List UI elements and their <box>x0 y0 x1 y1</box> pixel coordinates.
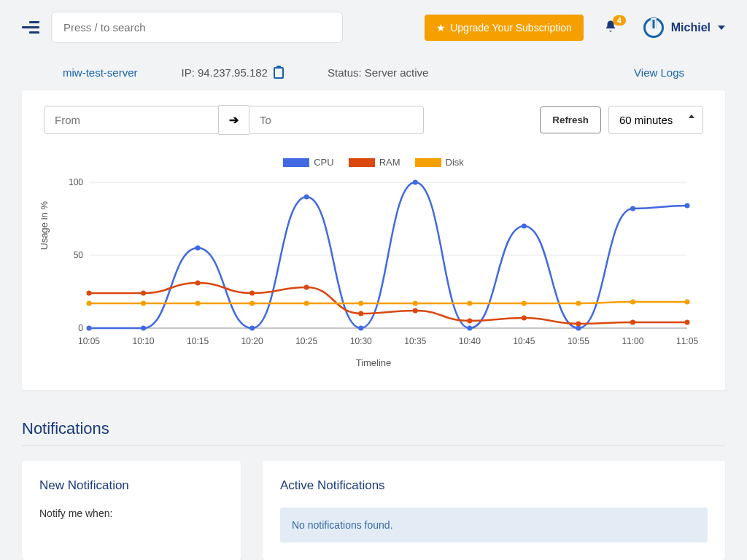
svg-point-46 <box>249 301 255 306</box>
svg-text:10:55: 10:55 <box>568 336 589 346</box>
svg-text:100: 100 <box>69 177 83 187</box>
star-icon: ★ <box>436 22 446 34</box>
svg-point-37 <box>413 308 418 314</box>
svg-text:10:15: 10:15 <box>187 336 209 346</box>
svg-text:10:25: 10:25 <box>295 336 317 346</box>
svg-point-27 <box>522 224 527 229</box>
new-notification-title: New Notification <box>39 478 223 493</box>
svg-point-29 <box>630 206 635 211</box>
top-header: ★ Upgrade Your Subscription 4 Michiel <box>0 0 747 55</box>
svg-point-53 <box>630 300 635 305</box>
svg-text:10:30: 10:30 <box>350 336 372 346</box>
search-box <box>51 12 343 43</box>
date-arrow-button[interactable]: ➔ <box>219 105 249 135</box>
svg-point-21 <box>196 246 201 251</box>
notifications-bell[interactable]: 4 <box>604 20 617 36</box>
menu-icon[interactable] <box>22 19 39 36</box>
svg-point-49 <box>413 301 418 306</box>
chart-controls: ➔ Refresh 60 minutes <box>44 105 703 135</box>
svg-text:11:05: 11:05 <box>676 336 698 346</box>
search-input[interactable] <box>51 12 343 43</box>
svg-point-34 <box>249 291 255 296</box>
svg-text:10:20: 10:20 <box>241 336 263 346</box>
server-name-link[interactable]: miw-test-server <box>63 66 138 79</box>
active-notifications-card: Active Notifications No notifications fo… <box>263 461 725 560</box>
y-axis-label: Usage in % <box>39 201 50 249</box>
svg-point-43 <box>87 301 92 306</box>
svg-text:10:45: 10:45 <box>513 336 535 346</box>
interval-select[interactable]: 60 minutes <box>608 106 703 134</box>
server-info-bar: miw-test-server IP: 94.237.95.182 Status… <box>0 55 747 90</box>
svg-text:10:35: 10:35 <box>404 336 426 346</box>
svg-point-25 <box>413 180 418 185</box>
svg-point-51 <box>522 301 527 306</box>
divider <box>22 446 725 446</box>
usage-chart-card: ➔ Refresh 60 minutes CPURAMDisk Usage in… <box>22 90 725 390</box>
active-notifications-title: Active Notifications <box>280 478 708 493</box>
user-name: Michiel <box>671 21 711 34</box>
svg-point-38 <box>467 319 472 324</box>
notifications-row: New Notification Notify me when: Active … <box>22 461 725 560</box>
svg-point-33 <box>196 281 201 286</box>
svg-point-42 <box>685 320 690 325</box>
svg-point-52 <box>576 301 581 306</box>
svg-point-40 <box>576 322 581 327</box>
svg-point-41 <box>630 320 635 325</box>
svg-point-28 <box>576 326 581 331</box>
legend-item[interactable]: RAM <box>349 157 400 168</box>
to-date-input[interactable] <box>249 106 424 134</box>
new-notification-card: New Notification Notify me when: <box>22 461 241 560</box>
upgrade-button[interactable]: ★ Upgrade Your Subscription <box>425 15 584 41</box>
svg-point-22 <box>249 326 255 331</box>
chart-plot: 05010010:0510:1010:1510:2010:2510:3010:3… <box>44 175 703 350</box>
svg-point-47 <box>304 301 309 306</box>
svg-point-45 <box>196 301 201 306</box>
legend-item[interactable]: Disk <box>415 157 464 168</box>
from-date-input[interactable] <box>44 106 219 134</box>
svg-point-20 <box>141 326 146 331</box>
chart-area: CPURAMDisk Usage in % 05010010:0510:1010… <box>44 157 703 376</box>
svg-point-31 <box>87 291 92 296</box>
view-logs-link[interactable]: View Logs <box>634 66 684 79</box>
chart-legend: CPURAMDisk <box>44 157 703 168</box>
svg-text:10:05: 10:05 <box>78 336 100 346</box>
x-axis-label: Timeline <box>44 357 703 368</box>
svg-point-54 <box>685 300 690 305</box>
svg-point-19 <box>87 326 92 331</box>
legend-item[interactable]: CPU <box>283 157 333 168</box>
svg-point-48 <box>358 301 363 306</box>
ip-text: IP: 94.237.95.182 <box>182 66 268 79</box>
svg-point-39 <box>522 316 527 321</box>
svg-text:50: 50 <box>74 250 84 260</box>
server-ip: IP: 94.237.95.182 <box>182 66 284 79</box>
refresh-button[interactable]: Refresh <box>540 106 601 133</box>
upgrade-label: Upgrade Your Subscription <box>450 22 572 34</box>
svg-text:11:00: 11:00 <box>622 336 643 346</box>
svg-point-24 <box>358 326 363 331</box>
clipboard-icon[interactable] <box>274 67 284 79</box>
svg-point-50 <box>467 301 472 306</box>
notifications-heading: Notifications <box>22 419 725 438</box>
server-status: Status: Server active <box>328 66 428 79</box>
svg-text:10:40: 10:40 <box>459 336 481 346</box>
chevron-down-icon <box>718 26 725 30</box>
svg-point-26 <box>467 326 472 331</box>
svg-point-44 <box>141 301 146 306</box>
user-menu[interactable]: Michiel <box>643 18 725 38</box>
svg-text:10:10: 10:10 <box>133 336 155 346</box>
power-icon <box>643 18 664 38</box>
svg-point-32 <box>141 291 146 296</box>
svg-text:0: 0 <box>78 323 83 333</box>
notification-badge: 4 <box>613 15 626 26</box>
svg-point-36 <box>358 311 363 316</box>
notification-prompt: Notify me when: <box>39 508 223 519</box>
svg-point-23 <box>304 195 309 200</box>
svg-point-35 <box>304 285 309 290</box>
empty-notifications-message: No notifications found. <box>280 508 708 542</box>
svg-point-30 <box>685 203 690 209</box>
